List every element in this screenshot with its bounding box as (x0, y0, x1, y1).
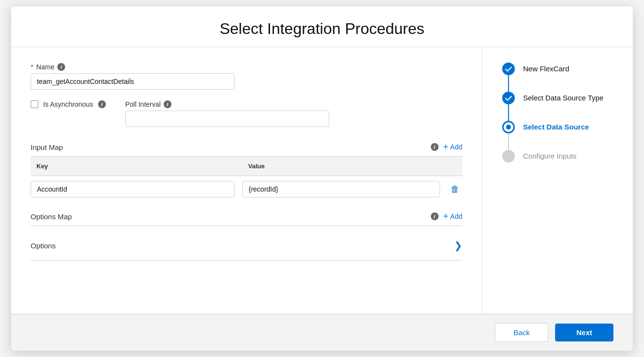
step-1-indicator (502, 63, 515, 92)
is-async-checkbox[interactable] (31, 100, 38, 108)
options-plus-icon: + (443, 212, 449, 221)
step-4-label: Configure Inputs (523, 150, 576, 161)
is-async-label: Is Asynchronous (43, 100, 93, 108)
value-column-header: Value (242, 161, 462, 172)
wizard-step-3: Select Data Source (502, 121, 617, 150)
step-3-circle (502, 121, 515, 133)
input-map-info-icon[interactable]: i (431, 143, 439, 151)
wizard-step-2: Select Data Source Type (502, 92, 617, 121)
wizard-step-1: New FlexCard (502, 63, 617, 92)
modal-body: * Name i Is Asynchronous i Poll Interval… (11, 47, 633, 314)
input-map-table-header: Key Value (31, 157, 462, 176)
back-button[interactable]: Back (495, 323, 548, 342)
options-map-actions: i + Add (431, 212, 462, 221)
name-input[interactable] (31, 73, 235, 90)
options-map-add-button[interactable]: + Add (443, 212, 462, 221)
step-1-line (508, 75, 509, 92)
step-2-circle (502, 92, 515, 104)
options-add-label: Add (450, 212, 462, 220)
step-1-circle (502, 63, 515, 75)
step-2-label: Select Data Source Type (523, 92, 604, 103)
async-col: Is Asynchronous i (31, 100, 106, 108)
modal-header: Select Integration Procedures (11, 6, 633, 47)
options-map-section-header: Options Map i + Add (31, 207, 462, 226)
value-cell (242, 181, 440, 197)
step-3-indicator (502, 121, 515, 150)
modal-footer: Back Next (11, 314, 633, 351)
async-poll-row: Is Asynchronous i Poll Interval i (31, 100, 462, 127)
wizard-steps: New FlexCard Select Data Source Type (502, 63, 617, 162)
name-label: * Name i (31, 63, 462, 71)
step-2-indicator (502, 92, 515, 121)
name-label-text: Name (36, 63, 54, 71)
plus-icon: + (443, 143, 449, 151)
main-content: * Name i Is Asynchronous i Poll Interval… (11, 47, 482, 314)
modal: Select Integration Procedures * Name i I… (11, 6, 633, 351)
options-row[interactable]: Options ❯ (31, 231, 462, 260)
key-input[interactable] (31, 181, 235, 197)
input-map-section-header: Input Map i + Add (31, 138, 462, 157)
options-map-info-icon[interactable]: i (431, 212, 439, 220)
poll-interval-col: Poll Interval i (125, 100, 462, 127)
step-3-line (508, 133, 509, 150)
required-star: * (31, 63, 34, 71)
chevron-right-icon: ❯ (454, 240, 462, 251)
name-info-icon[interactable]: i (57, 63, 65, 71)
sidebar: New FlexCard Select Data Source Type (482, 47, 633, 314)
page-title: Select Integration Procedures (11, 20, 633, 38)
input-map-actions: i + Add (431, 143, 462, 151)
step-4-indicator (502, 150, 515, 162)
name-field-group: * Name i (31, 63, 462, 90)
value-input[interactable] (242, 181, 440, 197)
key-column-header: Key (31, 161, 235, 172)
options-map-title: Options Map (31, 212, 72, 221)
key-cell (31, 181, 235, 197)
options-title: Options (31, 242, 56, 250)
step-1-label: New FlexCard (523, 63, 569, 74)
poll-interval-input[interactable] (125, 111, 329, 127)
step-2-line (508, 104, 509, 121)
step-3-label: Select Data Source (523, 121, 589, 132)
input-map-add-button[interactable]: + Add (443, 143, 462, 151)
table-row: 🗑 (31, 176, 462, 202)
wizard-step-4: Configure Inputs (502, 150, 617, 162)
async-info-icon[interactable]: i (98, 100, 106, 108)
delete-row-button[interactable]: 🗑 (448, 183, 462, 195)
poll-info-icon[interactable]: i (164, 100, 171, 108)
add-label: Add (450, 143, 462, 151)
step-4-circle (502, 150, 515, 162)
input-map-title: Input Map (31, 143, 63, 151)
next-button[interactable]: Next (555, 324, 613, 341)
poll-interval-label: Poll Interval i (125, 100, 462, 108)
